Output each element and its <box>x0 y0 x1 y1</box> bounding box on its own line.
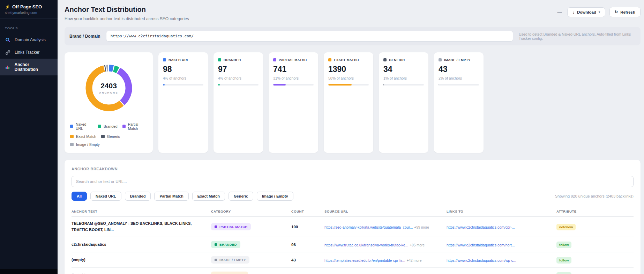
brand-domain-input[interactable] <box>106 31 513 42</box>
progress-track <box>383 84 424 86</box>
legend-item: Generic <box>101 134 120 139</box>
download-button[interactable]: ↓ Download ▾ <box>567 7 605 17</box>
domain-label: Brand / Domain <box>69 34 100 39</box>
section-title: ANCHOR BREAKDOWN <box>72 167 634 171</box>
domain-helper-text: Used to detect Branded & Naked-URL ancho… <box>519 32 636 40</box>
stat-percent: 2% of anchors <box>439 76 479 80</box>
main-content: Anchor Text Distribution How your backli… <box>58 0 644 274</box>
refresh-icon: ↻ <box>615 10 618 14</box>
chevron-down-icon: ▾ <box>599 10 600 14</box>
page-header: Anchor Text Distribution How your backli… <box>65 6 641 21</box>
badge-square-icon <box>215 259 217 261</box>
progress-track <box>273 84 314 86</box>
links-to-link[interactable]: https://www.c2cfirstaidaquatics.com/nort… <box>447 243 515 247</box>
stat-percent: 1% of anchors <box>383 76 424 80</box>
anchor-text: c2cfirstaidaquatics <box>72 242 211 248</box>
legend-item: Exact Match <box>70 134 96 139</box>
legend-item: Naked URL <box>70 122 93 131</box>
page-subtitle: How your backlink anchor text is distrib… <box>65 16 189 21</box>
progress-track <box>163 84 203 86</box>
progress-track <box>439 84 479 86</box>
category-badge: EXACT MATCH <box>211 272 248 274</box>
links-to-link[interactable]: https://www.c2cfirstaidaquatics.com/cpr-… <box>447 225 515 229</box>
sidebar-item-links-tracker[interactable]: Links Tracker <box>0 46 58 59</box>
links-to-link[interactable]: https://www.c2cfirstaidaquatics.com/wp-c… <box>447 258 516 262</box>
results-count: Showing 920 unique anchors (2403 backlin… <box>555 194 634 198</box>
badge-square-icon <box>215 243 217 246</box>
progress-fill <box>383 84 384 86</box>
category-swatch <box>218 58 221 61</box>
legend-swatch <box>122 125 126 128</box>
header-dash: — <box>557 9 562 15</box>
stat-percent: 58% of anchors <box>328 76 369 80</box>
stat-card-partial-match: PARTIAL MATCH 741 31% of anchors <box>269 52 318 153</box>
legend-swatch <box>70 135 74 138</box>
stat-value: 98 <box>163 65 203 74</box>
stat-value: 1390 <box>328 65 369 74</box>
filter-partial-match[interactable]: Partial Match <box>154 192 188 201</box>
sidebar-item-anchor-distribution[interactable]: Anchor Distribution <box>0 59 58 75</box>
progress-fill <box>273 84 286 86</box>
source-url-link[interactable]: https://www.trutac.co.uk/transolva-works… <box>324 243 408 247</box>
attribute-badge: follow <box>556 257 571 264</box>
donut-chart-card: 2403 ANCHORS Naked URL Branded Partial M… <box>65 52 153 153</box>
category-badge: PARTIAL MATCH <box>211 223 251 230</box>
filter-naked-url[interactable]: Naked URL <box>90 192 121 201</box>
stat-value: 97 <box>218 65 259 74</box>
stat-card-naked-url: NAKED URL 98 4% of anchors <box>158 52 208 153</box>
refresh-button[interactable]: ↻ Refresh <box>609 7 641 17</box>
filter-image-empty[interactable]: Image / Empty <box>257 192 293 201</box>
stat-card-exact-match: EXACT MATCH 1390 58% of anchors <box>324 52 373 153</box>
stat-card-image-empty: IMAGE / EMPTY 43 2% of anchors <box>434 52 484 153</box>
app-title: Off-Page SEO <box>12 4 42 9</box>
search-icon <box>5 37 10 43</box>
donut-total: 2403 <box>100 82 117 90</box>
progress-fill <box>328 84 352 86</box>
category-swatch <box>439 58 442 61</box>
donut-total-label: ANCHORS <box>99 91 118 94</box>
progress-fill <box>163 84 165 86</box>
column-header: ATTRIBUTE <box>556 209 634 213</box>
table-row: first aid course EXACT MATCH 40 https://… <box>72 268 634 274</box>
sidebar-item-domain-analysis[interactable]: Domain Analysis <box>0 34 58 46</box>
attribute-badge: follow <box>556 242 571 248</box>
table-row: TELEGRAM @SEO_ANOMALY - SEO BACKLINKS, B… <box>72 217 634 237</box>
domain-bar: Brand / Domain Used to detect Branded & … <box>65 27 641 45</box>
category-swatch <box>328 58 331 61</box>
anchor-text: (empty) <box>72 257 211 263</box>
page-title: Anchor Text Distribution <box>65 6 189 14</box>
sidebar-brand: ⚡ Off-Page SEO shettymarketing.com <box>0 0 58 18</box>
donut-legend: Naked URL Branded Partial Match Exact Ma… <box>70 122 147 147</box>
source-url-link[interactable]: https://templates.esad.edu.br/en/printab… <box>324 258 405 262</box>
sidebar-section-label: TOOLS <box>0 18 58 34</box>
stat-card-generic: GENERIC 34 1% of anchors <box>379 52 428 153</box>
stat-percent: 4% of anchors <box>163 76 203 80</box>
table-row: (empty) IMAGE / EMPTY 43 https://templat… <box>72 252 634 268</box>
filter-all[interactable]: All <box>72 192 87 201</box>
legend-swatch <box>70 143 74 146</box>
category-swatch <box>383 58 387 61</box>
search-input[interactable] <box>72 176 634 187</box>
column-header: LINKS TO <box>447 209 556 213</box>
stat-percent: 31% of anchors <box>273 76 314 80</box>
table-row: c2cfirstaidaquatics BRANDED 96 https://w… <box>72 237 634 252</box>
filter-branded[interactable]: Branded <box>125 192 151 201</box>
badge-square-icon <box>215 225 217 228</box>
table-header: ANCHOR TEXT CATEGORY COUNT SOURCE URL LI… <box>72 206 634 217</box>
source-url-link[interactable]: https://seo-anomaly-kolkata.website/guat… <box>324 225 413 229</box>
more-count: +99 more <box>414 225 429 229</box>
column-header: ANCHOR TEXT <box>72 209 211 213</box>
category-badge: BRANDED <box>211 241 240 248</box>
filter-exact-match[interactable]: Exact Match <box>192 192 225 201</box>
stat-card-branded: BRANDED 97 4% of anchors <box>214 52 263 153</box>
stats-row: 2403 ANCHORS Naked URL Branded Partial M… <box>65 52 641 153</box>
sidebar: ⚡ Off-Page SEO shettymarketing.com TOOLS… <box>0 0 58 274</box>
legend-item: Partial Match <box>122 122 147 131</box>
progress-fill <box>218 84 220 86</box>
filter-generic[interactable]: Generic <box>229 192 253 201</box>
sidebar-item-label: Domain Analysis <box>15 37 46 42</box>
sidebar-item-label: Links Tracker <box>15 50 39 55</box>
column-header: COUNT <box>291 209 324 213</box>
stat-value: 43 <box>439 65 479 74</box>
stat-value: 741 <box>273 65 314 74</box>
